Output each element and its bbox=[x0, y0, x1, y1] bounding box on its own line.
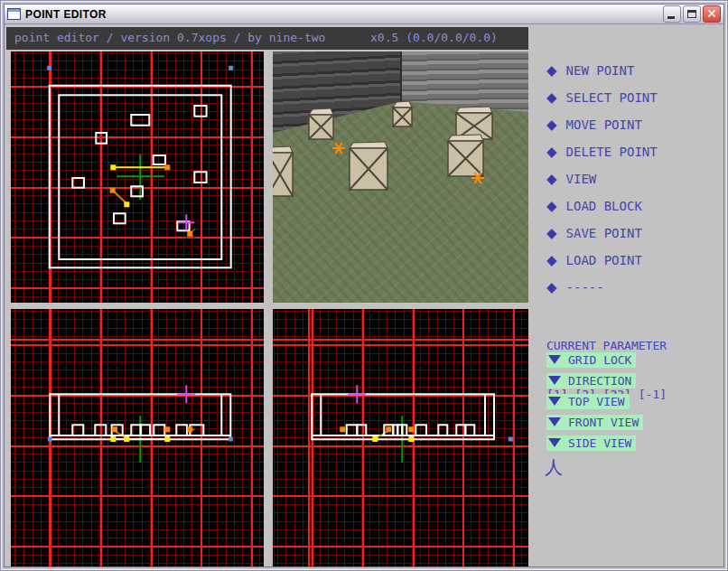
point-marker bbox=[229, 437, 233, 442]
menu-item-separator[interactable]: ◆----- bbox=[546, 274, 658, 301]
diamond-icon: ◆ bbox=[546, 118, 557, 132]
person-glyph: 人 bbox=[545, 455, 563, 480]
box-outline bbox=[465, 425, 474, 435]
front-view-canvas bbox=[11, 309, 264, 566]
titlebar[interactable]: POINT EDITOR ✕ bbox=[5, 5, 723, 24]
menu-item-load-point[interactable]: ◆LOAD POINT bbox=[546, 247, 658, 274]
view-toggles: GRID LOCK DIRECTION TOP VIEW FRONT VIEW … bbox=[546, 351, 643, 454]
point-marker bbox=[372, 436, 378, 442]
diamond-icon: ◆ bbox=[546, 281, 557, 295]
point-marker bbox=[229, 66, 233, 70]
crate-top bbox=[448, 135, 483, 141]
box-outline bbox=[176, 425, 187, 435]
point-marker bbox=[408, 436, 414, 442]
client-area: point editor / version 0.7xops / by nine… bbox=[5, 25, 723, 566]
point-marker bbox=[187, 426, 192, 432]
point-marker bbox=[164, 436, 170, 442]
menu-item-view[interactable]: ◆VIEW bbox=[546, 165, 658, 192]
command-menu: ◆NEW POINT ◆SELECT POINT ◆MOVE POINT ◆DE… bbox=[546, 57, 658, 301]
point-marker bbox=[124, 436, 129, 442]
minimize-button[interactable] bbox=[663, 5, 681, 23]
menu-item-select-point[interactable]: ◆SELECT POINT bbox=[546, 84, 658, 111]
box-outline bbox=[95, 425, 106, 435]
crate-top bbox=[393, 101, 412, 108]
toggle-front-view[interactable]: FRONT VIEW bbox=[546, 415, 643, 430]
menu-item-delete-point[interactable]: ◆DELETE POINT bbox=[546, 138, 658, 165]
point-marker bbox=[48, 437, 52, 442]
diamond-icon: ◆ bbox=[546, 145, 557, 159]
point-marker bbox=[112, 426, 117, 432]
point-marker bbox=[124, 201, 129, 207]
minimize-icon bbox=[667, 16, 675, 19]
app-version-text: point editor / version 0.7xops / by nine… bbox=[14, 31, 325, 44]
box-outline bbox=[194, 172, 206, 183]
diamond-icon: ◆ bbox=[546, 173, 557, 186]
diamond-icon: ◆ bbox=[546, 91, 557, 105]
point-editor-window: POINT EDITOR ✕ point editor / version 0.… bbox=[0, 0, 728, 571]
box-outline bbox=[415, 425, 426, 435]
point-marker bbox=[187, 231, 192, 237]
menu-item-load-block[interactable]: ◆LOAD BLOCK bbox=[546, 192, 658, 220]
box-outline bbox=[114, 213, 126, 223]
box-outline bbox=[72, 425, 83, 435]
triangle-down-icon bbox=[548, 438, 561, 447]
triangle-down-icon bbox=[548, 417, 561, 426]
box-outline bbox=[154, 155, 165, 164]
top-view-canvas bbox=[11, 51, 264, 303]
viewport-side-view[interactable] bbox=[273, 309, 528, 566]
point-marker bbox=[164, 164, 170, 170]
box-outline bbox=[96, 133, 107, 144]
viewport-front-view[interactable] bbox=[11, 309, 264, 566]
toggle-grid-lock[interactable]: GRID LOCK bbox=[546, 352, 636, 368]
point-marker bbox=[164, 426, 170, 432]
3d-view-canvas bbox=[273, 51, 528, 303]
viewport-3d-view[interactable] bbox=[273, 51, 528, 303]
crate-top bbox=[273, 146, 293, 153]
point-marker bbox=[408, 426, 414, 432]
zoom-position-text: x0.5 (0.0/0.0/0.0) bbox=[370, 31, 498, 44]
box-outline bbox=[347, 425, 358, 435]
toggle-top-view[interactable]: TOP VIEW bbox=[546, 394, 630, 409]
toggle-side-view[interactable]: SIDE VIEW bbox=[546, 435, 636, 451]
toggle-direction[interactable]: DIRECTION bbox=[546, 373, 636, 388]
menu-item-new-point[interactable]: ◆NEW POINT bbox=[546, 57, 658, 84]
menu-item-move-point[interactable]: ◆MOVE POINT bbox=[546, 111, 658, 138]
crate-top bbox=[309, 108, 333, 115]
status-bar: point editor / version 0.7xops / by nine… bbox=[6, 27, 528, 50]
box-outline bbox=[154, 425, 164, 435]
maximize-icon bbox=[687, 10, 696, 18]
triangle-down-icon bbox=[548, 355, 561, 364]
point-marker bbox=[110, 164, 116, 170]
triangle-down-icon bbox=[548, 397, 561, 406]
viewport-top-view[interactable] bbox=[11, 51, 264, 303]
maximize-button[interactable] bbox=[683, 5, 701, 23]
app-icon bbox=[7, 8, 21, 20]
point-marker bbox=[110, 436, 116, 442]
side-view-canvas bbox=[273, 309, 528, 566]
triangle-down-icon bbox=[548, 376, 561, 385]
point-marker bbox=[47, 66, 51, 70]
box-outline bbox=[438, 425, 447, 435]
diamond-icon: ◆ bbox=[546, 200, 557, 213]
close-button[interactable]: ✕ bbox=[703, 5, 721, 23]
point-marker bbox=[340, 426, 345, 432]
close-icon: ✕ bbox=[704, 6, 720, 22]
diamond-icon: ◆ bbox=[546, 64, 557, 78]
point-marker bbox=[110, 188, 116, 193]
menu-item-save-point[interactable]: ◆SAVE POINT bbox=[546, 220, 658, 247]
box-outline bbox=[131, 115, 149, 126]
point-marker bbox=[386, 426, 391, 432]
box-outline bbox=[131, 425, 141, 435]
window-title: POINT EDITOR bbox=[25, 8, 107, 21]
box-outline bbox=[357, 425, 366, 435]
box-outline bbox=[141, 425, 151, 435]
crate-top bbox=[456, 107, 492, 113]
box-outline bbox=[402, 425, 406, 435]
box-outline bbox=[72, 178, 84, 188]
point-marker bbox=[509, 437, 513, 442]
diamond-icon: ◆ bbox=[546, 227, 557, 240]
box-outline bbox=[456, 425, 465, 435]
diamond-icon: ◆ bbox=[546, 254, 557, 267]
box-outline bbox=[194, 106, 206, 117]
crate-top bbox=[350, 142, 387, 148]
